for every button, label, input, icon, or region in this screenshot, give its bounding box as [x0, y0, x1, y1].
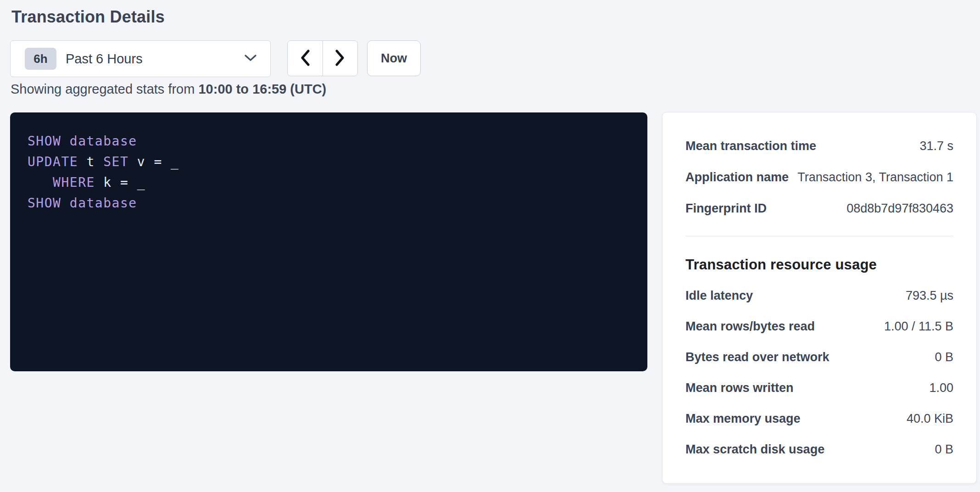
transaction-summary-card: Mean transaction time31.7 sApplication n…	[662, 112, 977, 484]
summary-row-label: Max scratch disk usage	[685, 442, 824, 457]
overview-rows: Mean transaction time31.7 sApplication n…	[685, 130, 953, 224]
summary-row: Idle latency793.5 µs	[685, 280, 953, 311]
chevron-left-icon	[300, 50, 310, 67]
summary-row-value: 1.00	[929, 381, 953, 395]
summary-row: Mean rows/bytes read1.00 / 11.5 B	[685, 311, 953, 342]
sql-fingerprint-box: SHOW database UPDATE t SET v = _ WHERE k…	[10, 112, 647, 371]
time-range-label: Past 6 Hours	[66, 51, 143, 67]
time-range-badge: 6h	[25, 48, 56, 70]
summary-row-label: Bytes read over network	[685, 350, 830, 364]
sql-token-plain	[61, 134, 69, 149]
summary-row-label: Fingerprint ID	[685, 201, 767, 216]
sql-token-plain: v = _	[128, 154, 179, 169]
sql-token-keyword: SET	[103, 154, 128, 169]
resource-rows: Idle latency793.5 µsMean rows/bytes read…	[685, 280, 953, 465]
summary-row-value: 40.0 KiB	[907, 412, 953, 426]
summary-row-value: 0 B	[935, 350, 953, 364]
chevron-right-icon	[335, 50, 345, 67]
time-range-nav	[287, 40, 358, 76]
time-range-dropdown[interactable]: 6h Past 6 Hours	[10, 40, 271, 77]
summary-row-value: 08d8b7d97f830463	[846, 201, 953, 216]
summary-row: Max memory usage40.0 KiB	[685, 403, 953, 434]
sql-token-plain	[28, 175, 53, 190]
summary-row-value: Transaction 3, Transaction 1	[797, 170, 953, 184]
summary-row-label: Mean transaction time	[685, 139, 816, 153]
chevron-down-icon	[245, 54, 256, 63]
sql-statement-text: SHOW database UPDATE t SET v = _ WHERE k…	[28, 131, 630, 213]
now-button[interactable]: Now	[367, 40, 421, 76]
sql-token-plain: k = _	[95, 175, 145, 190]
transaction-details-page: { "header": { "title": "Transaction Deta…	[0, 0, 980, 492]
sql-token-plain	[61, 196, 69, 211]
summary-row-label: Mean rows/bytes read	[685, 319, 815, 334]
caption-prefix: Showing aggregated stats from	[11, 82, 198, 96]
summary-row-label: Application name	[685, 170, 789, 184]
summary-row-value: 31.7 s	[919, 139, 953, 153]
sql-token-keyword: WHERE	[53, 175, 95, 190]
summary-row-value: 1.00 / 11.5 B	[884, 319, 953, 334]
next-range-button[interactable]	[323, 41, 358, 76]
summary-row: Bytes read over network0 B	[685, 342, 953, 373]
summary-row: Fingerprint ID08d8b7d97f830463	[685, 193, 953, 224]
card-divider	[685, 236, 953, 236]
sql-token-keyword: SHOW	[28, 196, 61, 211]
summary-row-value: 793.5 µs	[906, 289, 953, 303]
sql-token-keyword: database	[70, 196, 137, 211]
aggregated-stats-caption: Showing aggregated stats from 10:00 to 1…	[11, 82, 326, 97]
summary-row-label: Max memory usage	[685, 412, 801, 426]
summary-row: Mean rows written1.00	[685, 373, 953, 403]
sql-token-keyword: UPDATE	[28, 154, 78, 169]
page-title: Transaction Details	[11, 7, 165, 27]
sql-token-plain: t	[78, 154, 103, 169]
sql-token-keyword: database	[70, 134, 137, 149]
sql-token-keyword: SHOW	[28, 134, 61, 149]
summary-row: Application nameTransaction 3, Transacti…	[685, 162, 953, 193]
summary-row: Mean transaction time31.7 s	[685, 130, 953, 162]
summary-row-label: Mean rows written	[685, 381, 794, 395]
resource-usage-heading: Transaction resource usage	[685, 256, 953, 274]
summary-row: Max scratch disk usage0 B	[685, 434, 953, 465]
summary-row-label: Idle latency	[685, 289, 753, 303]
summary-row-value: 0 B	[935, 442, 953, 457]
previous-range-button[interactable]	[288, 41, 323, 76]
caption-time-range: 10:00 to 16:59 (UTC)	[198, 82, 326, 96]
